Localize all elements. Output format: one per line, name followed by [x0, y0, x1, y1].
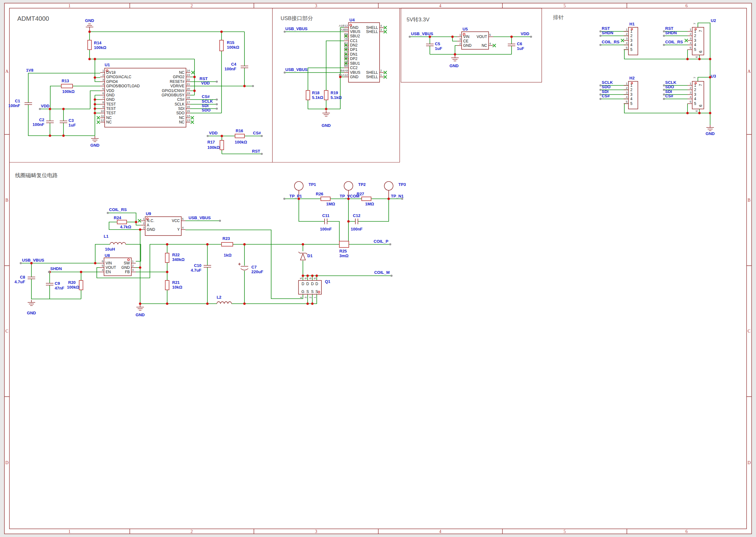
net-label-tpp1: TP_P1 [289, 194, 302, 198]
net-label-coilp: COIL_P [374, 239, 388, 244]
testpoint-tp2[interactable] [344, 182, 353, 190]
pin-name: SBU2 [350, 34, 360, 38]
pin-number: 4 [630, 97, 633, 101]
pin-name: GND [147, 227, 155, 232]
net-label-shdn: SHDN [50, 266, 62, 271]
resistor-r14[interactable] [88, 40, 91, 50]
value: 47nF [55, 286, 64, 290]
pin-number: 3 [103, 78, 104, 81]
pin-number: 5 [630, 47, 633, 52]
frame-col: 6 [686, 529, 688, 534]
pin-name: NC [106, 115, 112, 120]
pin-name: D [311, 282, 314, 286]
ref-des: C11 [322, 213, 329, 218]
section-title-coil: 线圈磁畴复位电路 [15, 172, 58, 178]
ref-des: R22 [172, 253, 180, 257]
pin-number: 4 [102, 268, 103, 271]
pin-name: GND [463, 43, 472, 48]
pin-number: 1 [694, 29, 696, 34]
pin-number: 8 [103, 101, 104, 104]
resistor-r18[interactable] [306, 91, 310, 100]
pin-name: SDI [178, 106, 184, 111]
frame-row: C [5, 329, 8, 334]
pin-number: 2 [626, 32, 628, 35]
pin-number: 1 [626, 28, 628, 31]
resistor-r13[interactable] [61, 84, 72, 88]
pin-name: NC [179, 70, 185, 75]
ref-des: R19 [331, 91, 338, 95]
testpoint-tp1[interactable] [294, 182, 303, 190]
ref-des: TP2 [358, 182, 366, 187]
value: 3mΩ [339, 253, 348, 258]
pin-number: 1 [132, 259, 134, 263]
frame-row: A [5, 69, 9, 74]
pin-name: S [311, 290, 314, 294]
resistor-r27[interactable] [362, 197, 371, 201]
pin-number: 5 [299, 278, 303, 279]
pin-number: 2 [690, 86, 691, 90]
ref-des: R13 [62, 78, 69, 83]
value: 1MΩ [326, 202, 335, 206]
header-h2-body[interactable] [628, 81, 638, 109]
pin-name: VDRIVE [170, 84, 184, 88]
pin-name: DN1 [350, 52, 358, 57]
net-label-vdd: VDD [521, 31, 529, 36]
resistor-r17[interactable] [220, 141, 224, 150]
net-label-vbus: USB_VBUS [22, 258, 44, 263]
pin-number: 5 [690, 100, 691, 103]
pin-number: 1 [380, 73, 382, 77]
resistor-r16[interactable] [235, 134, 245, 138]
pin-number: 4 [380, 24, 382, 27]
ref-des: R16 [236, 128, 243, 133]
pin-number: 9 [103, 105, 104, 108]
section-title-5v: 5V转3.3V [407, 17, 429, 22]
resistor-r21[interactable] [165, 280, 169, 290]
ref-des: R18 [312, 91, 320, 95]
schematic-canvas[interactable]: 1 2 3 4 5 6 1 2 3 4 5 6 A B C D A B C D … [0, 0, 756, 537]
pin-number: 15 [187, 109, 190, 113]
value: 5.1kΩ [331, 95, 342, 100]
pin-number: 3 [690, 37, 691, 40]
value: 100kΩ [235, 140, 247, 145]
pin-name: DP1 [350, 47, 358, 52]
testpoint-tp3[interactable] [384, 182, 393, 190]
resistor-r26[interactable] [321, 197, 330, 201]
value: 4.7kΩ [120, 225, 131, 229]
resistor-r20[interactable] [79, 280, 83, 290]
section-title-admt4000: ADMT4000 [17, 15, 49, 22]
header-h1-body[interactable] [628, 27, 638, 55]
net-label-gnd: GND [85, 18, 94, 23]
resistor-r19[interactable] [324, 91, 328, 100]
resistor-r25[interactable] [339, 241, 349, 247]
pin-name: SHELL [366, 75, 378, 79]
frame-row: B [747, 198, 750, 203]
pin-number: 3 [630, 38, 633, 43]
pin-number: 4 [630, 43, 633, 47]
resistor-r22[interactable] [165, 253, 169, 263]
value: 100nF [224, 66, 236, 71]
pin-number: 7 [693, 77, 696, 78]
value: 100kΩ [62, 89, 74, 94]
frame-col: 2 [191, 529, 193, 534]
resistor-r23[interactable] [222, 242, 233, 246]
net-label-coilrs: COIL_RS [109, 207, 127, 212]
pin-name: GPIO5/BOOTLOAD [106, 84, 140, 88]
net-label-gnd: GND [450, 63, 459, 68]
net-label-vbus: USB_VBUS [189, 215, 211, 220]
frame-col: 3 [315, 529, 317, 534]
net-label-sdi: SDI [665, 89, 672, 94]
pin-number: 1 [626, 82, 628, 85]
net-label-cs: CS# [253, 131, 261, 135]
frame-col: 5 [564, 3, 566, 8]
resistor-r24[interactable] [117, 220, 127, 224]
pin-name: SBU1 [350, 61, 360, 65]
net-label-vbus: USB_VBUS [411, 31, 433, 36]
net-label-sclk: SCLK [665, 80, 677, 85]
value: 340kΩ [172, 257, 184, 262]
pin-number: 22 [187, 78, 190, 81]
net-label-sdo: SDO [202, 108, 210, 112]
pin-number: 3 [459, 37, 461, 41]
pin-number: 14 [187, 114, 190, 117]
pin-name: GND [106, 97, 115, 102]
resistor-r15[interactable] [220, 40, 223, 51]
